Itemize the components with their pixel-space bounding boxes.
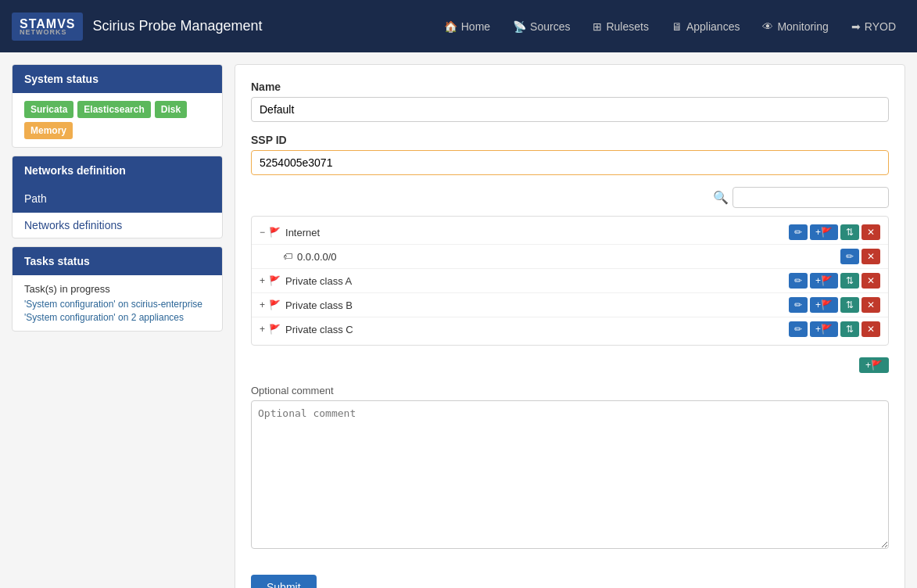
nav-home-label: Home	[461, 20, 490, 33]
tree-right-private-c: ✏ +🚩 ⇅ ✕	[789, 321, 880, 337]
tree-left-subnet: 🏷 0.0.0.0/0	[283, 251, 840, 263]
networks-definition-section: Networks definition Path Networks defini…	[12, 156, 223, 238]
flag-icon-internet: 🚩	[269, 227, 281, 238]
delete-btn-private-c[interactable]: ✕	[861, 321, 880, 337]
comment-textarea[interactable]	[251, 400, 889, 549]
tree-label-private-a: Private class A	[285, 275, 352, 287]
expand-icon-private-c[interactable]: +	[260, 324, 265, 335]
nav-appliances-label: Appliances	[686, 20, 740, 33]
networks-definitions-link[interactable]: Networks definitions	[13, 213, 222, 238]
system-status-header: System status	[13, 65, 222, 93]
appliances-icon: 🖥	[672, 20, 682, 33]
delete-btn-private-b[interactable]: ✕	[861, 297, 880, 313]
add-group-row: +🚩	[251, 357, 889, 373]
tree-label-internet: Internet	[285, 227, 320, 238]
nav-sources[interactable]: 📡 Sources	[503, 14, 579, 39]
tree-right-internet: ✏ +🚩 ⇅ ✕	[789, 224, 880, 240]
add-btn-internet[interactable]: +🚩	[810, 224, 838, 240]
move-btn-internet[interactable]: ⇅	[840, 224, 859, 240]
edit-btn-private-b[interactable]: ✏	[789, 297, 808, 313]
content-area: Name SSP ID 🔍 − 🚩 Internet ✏	[235, 64, 905, 588]
search-icon: 🔍	[713, 190, 729, 205]
ssp-id-input[interactable]	[251, 150, 889, 175]
app-title: Scirius Probe Management	[92, 18, 262, 34]
nav-ryod-label: RYOD	[865, 20, 896, 33]
networks-definitions-label: Networks definitions	[24, 219, 122, 231]
tree-left-private-b: + 🚩 Private class B	[260, 299, 789, 311]
tree-row-internet: − 🚩 Internet ✏ +🚩 ⇅ ✕	[252, 220, 888, 245]
networks-definition-header: Networks definition	[13, 156, 222, 185]
tree-left-internet: − 🚩 Internet	[260, 227, 789, 238]
badge-suricata: Suricata	[24, 101, 73, 118]
tasks-status-header: Tasks status	[13, 247, 222, 275]
edit-btn-private-a[interactable]: ✏	[789, 273, 808, 289]
move-btn-private-a[interactable]: ⇅	[840, 273, 859, 289]
sources-icon: 📡	[513, 20, 526, 33]
add-btn-private-b[interactable]: +🚩	[810, 297, 838, 313]
name-label: Name	[251, 81, 889, 93]
nav-home[interactable]: 🏠 Home	[435, 14, 500, 39]
edit-btn-private-c[interactable]: ✏	[789, 321, 808, 337]
status-badges-container: Suricata Elasticsearch Disk Memory	[13, 93, 222, 147]
monitoring-icon: 👁	[762, 20, 773, 33]
tasks-in-progress-label: Task(s) in progress	[24, 283, 210, 295]
name-form-group: Name	[251, 81, 889, 122]
badge-memory: Memory	[24, 122, 73, 139]
path-link[interactable]: Path	[13, 185, 222, 213]
tree-left-private-a: + 🚩 Private class A	[260, 275, 789, 287]
tree-row-private-b: + 🚩 Private class B ✏ +🚩 ⇅ ✕	[252, 293, 888, 317]
ssp-id-form-group: SSP ID	[251, 134, 889, 175]
tag-icon-subnet: 🏷	[283, 251, 292, 262]
nav-monitoring-label: Monitoring	[777, 20, 828, 33]
task-item-1: 'System configuration' on scirius-enterp…	[24, 299, 210, 310]
nav-monitoring[interactable]: 👁 Monitoring	[753, 14, 837, 39]
add-btn-private-a[interactable]: +🚩	[810, 273, 838, 289]
tree-right-private-a: ✏ +🚩 ⇅ ✕	[789, 273, 880, 289]
search-input[interactable]	[733, 187, 889, 208]
system-status-section: System status Suricata Elasticsearch Dis…	[12, 64, 223, 148]
logo: STAMVS NETWORKS	[12, 13, 83, 41]
move-btn-private-b[interactable]: ⇅	[840, 297, 859, 313]
move-btn-private-c[interactable]: ⇅	[840, 321, 859, 337]
badge-elasticsearch: Elasticsearch	[77, 101, 150, 118]
add-btn-private-c[interactable]: +🚩	[810, 321, 838, 337]
expand-icon-private-a[interactable]: +	[260, 275, 265, 286]
network-tree: − 🚩 Internet ✏ +🚩 ⇅ ✕ 🏷 0.0.0.0/0	[251, 216, 889, 346]
edit-btn-internet[interactable]: ✏	[789, 224, 808, 240]
tree-row-private-a: + 🚩 Private class A ✏ +🚩 ⇅ ✕	[252, 269, 888, 293]
tree-row-private-c: + 🚩 Private class C ✏ +🚩 ⇅ ✕	[252, 317, 888, 341]
flag-icon-private-a: 🚩	[269, 275, 281, 286]
main-container: System status Suricata Elasticsearch Dis…	[0, 52, 917, 588]
tasks-status-section: Tasks status Task(s) in progress 'System…	[12, 246, 223, 332]
nav-links: 🏠 Home 📡 Sources ⊞ Rulesets 🖥 Appliances…	[435, 14, 905, 39]
expand-icon-private-b[interactable]: +	[260, 299, 265, 310]
path-label: Path	[24, 192, 47, 205]
badge-disk: Disk	[155, 101, 187, 118]
tree-right-private-b: ✏ +🚩 ⇅ ✕	[789, 297, 880, 313]
delete-btn-private-a[interactable]: ✕	[861, 273, 880, 289]
home-icon: 🏠	[444, 20, 457, 33]
edit-btn-subnet[interactable]: ✏	[840, 249, 859, 264]
tree-row-subnet: 🏷 0.0.0.0/0 ✏ ✕	[252, 245, 888, 269]
tree-left-private-c: + 🚩 Private class C	[260, 324, 789, 335]
collapse-icon-internet[interactable]: −	[260, 227, 265, 238]
flag-icon-private-b: 🚩	[269, 299, 281, 310]
brand: STAMVS NETWORKS Scirius Probe Management	[12, 13, 286, 41]
ryod-icon: ➡	[851, 20, 861, 33]
navbar: STAMVS NETWORKS Scirius Probe Management…	[0, 0, 917, 52]
nav-sources-label: Sources	[530, 20, 570, 33]
nav-appliances[interactable]: 🖥 Appliances	[662, 14, 750, 39]
rulesets-icon: ⊞	[593, 20, 602, 33]
delete-btn-internet[interactable]: ✕	[861, 224, 880, 240]
ssp-id-label: SSP ID	[251, 134, 889, 146]
task-item-2: 'System configuration' on 2 appliances	[24, 312, 210, 323]
name-input[interactable]	[251, 97, 889, 122]
add-group-button[interactable]: +🚩	[859, 357, 889, 373]
delete-btn-subnet[interactable]: ✕	[861, 249, 880, 264]
nav-ryod[interactable]: ➡ RYOD	[842, 14, 905, 39]
comment-form-group: Optional comment	[251, 385, 889, 551]
nav-rulesets[interactable]: ⊞ Rulesets	[583, 14, 657, 39]
sidebar: System status Suricata Elasticsearch Dis…	[12, 64, 223, 588]
submit-button[interactable]: Submit	[251, 575, 317, 588]
networks-definition-label: Networks definition	[24, 164, 126, 177]
